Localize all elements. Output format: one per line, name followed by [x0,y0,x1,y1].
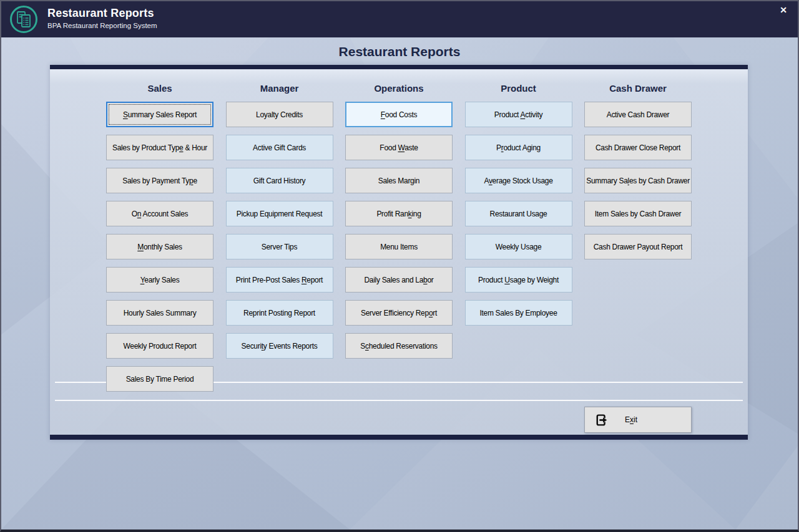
report-button-menu-items[interactable]: Menu Items [345,234,453,259]
button-label: Sales Margin [378,177,419,185]
column-manager: ManagerLoyalty CreditsActive Gift CardsG… [226,81,333,366]
button-label: Sales By Time Period [126,375,194,384]
column-header-manager: Manager [226,81,333,96]
report-button-security-events-reports[interactable]: Security Events Reports [226,333,333,359]
button-label: Food Waste [380,143,418,152]
reports-panel: SalesSummary Sales ReportSales by Produc… [50,65,748,440]
column-header-operations: Operations [345,81,453,96]
app-logo-icon [9,5,38,34]
column-header-cash-drawer: Cash Drawer [584,81,692,96]
column-header-sales: Sales [106,81,213,96]
report-button-yearly-sales[interactable]: Yearly Sales [106,267,213,293]
column-product: ProductProduct ActivityProduct AgingAver… [465,81,572,333]
report-button-sales-margin[interactable]: Sales Margin [345,168,453,193]
button-label: Sales by Product Type & Hour [112,143,207,152]
report-button-average-stock-usage[interactable]: Average Stock Usage [465,168,572,193]
app-window: Restaurant Reports BPA Restaurant Report… [0,0,799,532]
button-label: Pickup Equipment Request [237,210,323,218]
report-button-weekly-usage[interactable]: Weekly Usage [465,234,572,259]
report-button-print-pre-post-sales-report[interactable]: Print Pre-Post Sales Report [226,267,333,293]
button-label: Profit Ranking [376,210,421,218]
reports-grid: SalesSummary Sales ReportSales by Produc… [50,65,748,440]
column-sales: SalesSummary Sales ReportSales by Produc… [106,81,213,399]
report-button-server-efficiency-report[interactable]: Server Efficiency Report [345,300,453,326]
exit-button-label: Exit [625,415,637,424]
report-button-summary-sales-report[interactable]: Summary Sales Report [106,102,213,127]
button-label: Server Tips [262,243,297,251]
report-button-profit-ranking[interactable]: Profit Ranking [345,201,453,226]
column-header-product: Product [465,81,572,96]
report-button-item-sales-by-employee[interactable]: Item Sales By Employee [465,300,572,326]
report-button-monthly-sales[interactable]: Monthly Sales [106,234,213,259]
button-label: On Account Sales [132,210,189,218]
button-label: Monthly Sales [137,243,182,251]
window-title: Restaurant Reports [47,7,154,20]
button-label: Exit [625,415,637,424]
button-label: Security Events Reports [242,342,318,351]
button-label: Server Efficiency Report [361,309,437,317]
button-label: Product Aging [496,143,541,152]
report-button-product-aging[interactable]: Product Aging [465,135,572,160]
report-button-cash-drawer-close-report[interactable]: Cash Drawer Close Report [584,135,692,160]
button-label: Cash Drawer Payout Report [594,243,683,251]
report-button-restaurant-usage[interactable]: Restaurant Usage [465,201,572,226]
report-button-reprint-posting-report[interactable]: Reprint Posting Report [226,300,333,326]
button-label: Weekly Usage [496,243,542,251]
window-subtitle: BPA Restaurant Reporting System [47,22,157,29]
report-button-active-cash-drawer[interactable]: Active Cash Drawer [584,102,692,127]
button-label: Sales by Payment Type [122,177,197,185]
button-label: Daily Sales and Labor [364,276,433,284]
report-button-loyalty-credits[interactable]: Loyalty Credits [226,102,333,127]
report-button-food-costs[interactable]: Food Costs [345,102,453,127]
report-button-food-waste[interactable]: Food Waste [345,135,453,160]
close-icon[interactable]: ✕ [777,4,790,16]
button-label: Product Usage by Weight [478,276,559,284]
report-button-sales-by-product-type-hour[interactable]: Sales by Product Type & Hour [106,135,213,160]
column-cash-drawer: Cash DrawerActive Cash DrawerCash Drawer… [584,81,692,267]
report-button-on-account-sales[interactable]: On Account Sales [106,201,213,226]
report-button-product-usage-by-weight[interactable]: Product Usage by Weight [465,267,572,293]
report-button-item-sales-by-cash-drawer[interactable]: Item Sales by Cash Drawer [584,201,692,226]
exit-icon [593,412,610,428]
button-label: Reprint Posting Report [243,309,315,317]
button-label: Cash Drawer Close Report [596,143,680,152]
button-label: Product Activity [494,110,542,119]
button-label: Loyalty Credits [256,110,303,119]
exit-button[interactable]: Exit [584,407,692,433]
button-label: Gift Card History [253,177,306,185]
button-label: Restaurant Usage [490,210,547,218]
main-area: Restaurant Reports SalesSummary Sales Re… [1,37,798,530]
report-button-hourly-sales-summary[interactable]: Hourly Sales Summary [106,300,213,326]
button-label: Item Sales By Employee [479,309,557,317]
button-label: Weekly Product Report [124,342,197,351]
button-label: Hourly Sales Summary [124,309,197,317]
titlebar: Restaurant Reports BPA Restaurant Report… [1,1,798,37]
report-button-weekly-product-report[interactable]: Weekly Product Report [106,333,213,359]
report-button-sales-by-payment-type[interactable]: Sales by Payment Type [106,168,213,193]
report-button-pickup-equipment-request[interactable]: Pickup Equipment Request [226,201,333,226]
report-button-server-tips[interactable]: Server Tips [226,234,333,259]
button-label: Scheduled Reservations [360,342,438,351]
button-label: Summary Sales by Cash Drawer [586,177,690,185]
report-button-summary-sales-by-cash-drawer[interactable]: Summary Sales by Cash Drawer [584,168,692,193]
report-button-sales-by-time-period[interactable]: Sales By Time Period [106,366,213,392]
report-button-cash-drawer-payout-report[interactable]: Cash Drawer Payout Report [584,234,692,259]
button-label: Yearly Sales [140,276,180,284]
button-label: Active Gift Cards [253,143,306,152]
button-label: Item Sales by Cash Drawer [595,210,682,218]
button-label: Active Cash Drawer [607,110,670,119]
button-label: Menu Items [380,243,418,251]
report-button-scheduled-reservations[interactable]: Scheduled Reservations [345,333,453,359]
report-button-gift-card-history[interactable]: Gift Card History [226,168,333,193]
button-label: Summary Sales Report [123,110,197,119]
button-label: Print Pre-Post Sales Report [236,276,323,284]
column-operations: OperationsFood CostsFood WasteSales Marg… [345,81,453,366]
report-button-daily-sales-and-labor[interactable]: Daily Sales and Labor [345,267,453,293]
report-button-product-activity[interactable]: Product Activity [465,102,572,127]
page-title: Restaurant Reports [1,44,798,59]
button-label: Average Stock Usage [484,177,552,185]
button-label: Food Costs [381,110,417,119]
report-button-active-gift-cards[interactable]: Active Gift Cards [226,135,333,160]
